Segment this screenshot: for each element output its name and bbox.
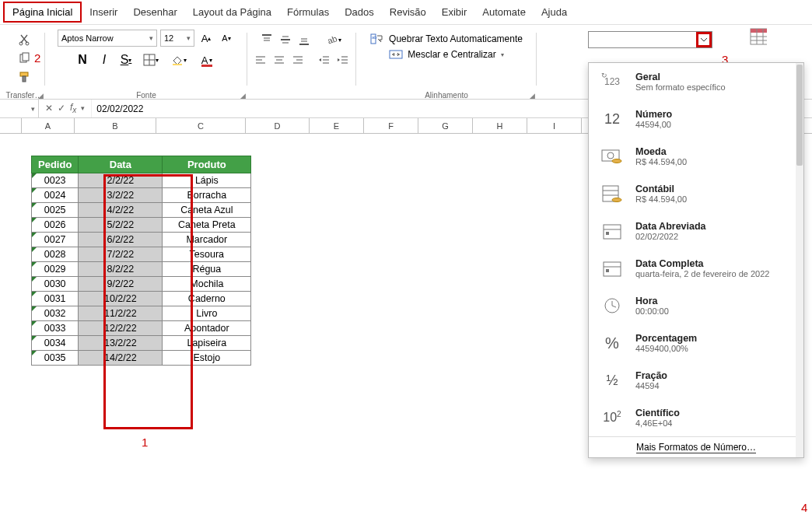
cancel-edit-icon[interactable]: ✕ bbox=[45, 103, 53, 114]
cell-pedido[interactable]: 0029 bbox=[32, 262, 79, 277]
borders-button[interactable]: ▾ bbox=[139, 51, 163, 68]
column-header-D[interactable]: D bbox=[246, 118, 310, 133]
format-as-table-icon[interactable] bbox=[750, 28, 767, 45]
cell-pedido[interactable]: 0024 bbox=[32, 188, 79, 203]
format-list[interactable]: ↻123GeralSem formato específico12Número4… bbox=[589, 63, 803, 436]
cell-data[interactable]: 7/2/22 bbox=[79, 247, 163, 262]
menu-f-rmulas[interactable]: Fórmulas bbox=[279, 3, 337, 21]
menu-exibir[interactable]: Exibir bbox=[434, 3, 475, 21]
number-format-dropdown-arrow[interactable] bbox=[696, 32, 712, 47]
menu-ajuda[interactable]: Ajuda bbox=[534, 3, 575, 21]
italic-button[interactable]: I bbox=[96, 51, 113, 68]
menu-dados[interactable]: Dados bbox=[337, 3, 382, 21]
cell-produto[interactable]: Estojo bbox=[163, 351, 251, 366]
cell-pedido[interactable]: 0035 bbox=[32, 351, 79, 366]
column-header-H[interactable]: H bbox=[473, 118, 527, 133]
header-pedido[interactable]: Pedido bbox=[32, 156, 79, 173]
menu-inserir[interactable]: Inserir bbox=[82, 3, 125, 21]
column-header-I[interactable]: I bbox=[527, 118, 582, 133]
cell-pedido[interactable]: 0025 bbox=[32, 203, 79, 218]
cell-data[interactable]: 3/2/22 bbox=[79, 188, 163, 203]
font-name-select[interactable]: Aptos Narrow▾ bbox=[58, 30, 157, 47]
cell-data[interactable]: 11/2/22 bbox=[79, 306, 163, 321]
cell-pedido[interactable]: 0033 bbox=[32, 321, 79, 336]
format-option-hora[interactable]: Hora00:00:00 bbox=[589, 287, 803, 324]
orientation-button[interactable]: ab▾ bbox=[322, 31, 345, 48]
cell-data[interactable]: 12/2/22 bbox=[79, 321, 163, 336]
cell-produto[interactable]: Lapiseira bbox=[163, 336, 251, 351]
bold-button[interactable]: N bbox=[74, 51, 91, 68]
format-option-porcentagem[interactable]: %Porcentagem4459400,00% bbox=[589, 324, 803, 362]
cell-data[interactable]: 13/2/22 bbox=[79, 336, 163, 351]
align-left-icon[interactable] bbox=[252, 51, 269, 68]
column-header-B[interactable]: B bbox=[75, 118, 156, 133]
cell-data[interactable]: 14/2/22 bbox=[79, 351, 163, 366]
more-number-formats[interactable]: Mais Formatos de Número… bbox=[589, 436, 803, 457]
align-expand-icon[interactable]: ◢ bbox=[530, 92, 535, 100]
cell-pedido[interactable]: 0028 bbox=[32, 247, 79, 262]
format-painter-icon[interactable] bbox=[16, 68, 33, 86]
cut-icon[interactable] bbox=[16, 31, 33, 48]
format-option-n-mero[interactable]: 12Número44594,00 bbox=[589, 100, 803, 138]
cell-data[interactable]: 6/2/22 bbox=[79, 233, 163, 247]
header-data[interactable]: Data bbox=[79, 156, 163, 173]
cell-pedido[interactable]: 0023 bbox=[32, 173, 79, 188]
copy-icon[interactable] bbox=[16, 50, 33, 67]
decrease-font-icon[interactable]: A▾ bbox=[218, 30, 235, 47]
cell-pedido[interactable]: 0034 bbox=[32, 336, 79, 351]
merge-center-button[interactable]: Mesclar e Centralizar ▾ bbox=[386, 47, 506, 62]
number-format-select[interactable] bbox=[588, 31, 712, 48]
format-option-cient-fico[interactable]: 102Científico4,46E+04 bbox=[589, 399, 803, 436]
cell-data[interactable]: 2/2/22 bbox=[79, 173, 163, 188]
column-header-A[interactable]: A bbox=[22, 118, 75, 133]
increase-indent-icon[interactable] bbox=[334, 51, 352, 68]
cell-pedido[interactable]: 0026 bbox=[32, 218, 79, 233]
cell-produto[interactable]: Régua bbox=[163, 262, 251, 277]
format-option-moeda[interactable]: MoedaR$ 44.594,00 bbox=[589, 138, 803, 175]
format-option-geral[interactable]: ↻123GeralSem formato específico bbox=[589, 63, 803, 100]
scrollbar-track[interactable] bbox=[796, 63, 803, 457]
underline-button[interactable]: S▾ bbox=[117, 51, 135, 68]
column-header-E[interactable]: E bbox=[310, 118, 364, 133]
header-produto[interactable]: Produto bbox=[163, 156, 251, 173]
font-size-select[interactable]: 12▾ bbox=[160, 30, 194, 47]
cell-produto[interactable]: Apontador bbox=[163, 321, 251, 336]
align-center-icon[interactable] bbox=[271, 51, 288, 68]
font-color-button[interactable]: A▾ bbox=[195, 51, 219, 68]
cell-data[interactable]: 9/2/22 bbox=[79, 277, 163, 292]
format-option-data-completa[interactable]: Data Completaquarta-feira, 2 de fevereir… bbox=[589, 250, 803, 287]
menu-automate[interactable]: Automate bbox=[474, 3, 534, 21]
cell-pedido[interactable]: 0032 bbox=[32, 306, 79, 321]
select-all-corner[interactable] bbox=[0, 118, 22, 133]
font-expand-icon[interactable]: ◢ bbox=[240, 92, 246, 100]
column-header-C[interactable]: C bbox=[156, 118, 246, 133]
cell-produto[interactable]: Caneta Preta bbox=[163, 218, 251, 233]
align-right-icon[interactable] bbox=[289, 51, 306, 68]
cell-produto[interactable]: Caneta Azul bbox=[163, 203, 251, 218]
cell-produto[interactable]: Mochila bbox=[163, 277, 251, 292]
align-bottom-icon[interactable] bbox=[296, 31, 313, 48]
cell-data[interactable]: 4/2/22 bbox=[79, 203, 163, 218]
cell-produto[interactable]: Livro bbox=[163, 306, 251, 321]
format-option-data-abreviada[interactable]: Data Abreviada02/02/2022 bbox=[589, 212, 803, 250]
confirm-edit-icon[interactable]: ✓ bbox=[58, 103, 65, 114]
menu-desenhar[interactable]: Desenhar bbox=[125, 3, 184, 21]
cell-produto[interactable]: Borracha bbox=[163, 188, 251, 203]
cell-produto[interactable]: Tesoura bbox=[163, 247, 251, 262]
cell-data[interactable]: 5/2/22 bbox=[79, 218, 163, 233]
column-header-F[interactable]: F bbox=[364, 118, 418, 133]
name-box[interactable]: ▾ bbox=[0, 100, 39, 117]
scrollbar-thumb[interactable] bbox=[796, 65, 803, 166]
cell-pedido[interactable]: 0027 bbox=[32, 233, 79, 247]
cell-produto[interactable]: Caderno bbox=[163, 292, 251, 306]
fill-color-button[interactable]: ▾ bbox=[167, 51, 191, 68]
cell-data[interactable]: 8/2/22 bbox=[79, 262, 163, 277]
wrap-text-button[interactable]: ab Quebrar Texto Automaticamente bbox=[367, 31, 526, 47]
menu-layout-da-p-gina[interactable]: Layout da Página bbox=[185, 3, 279, 21]
insert-function-icon[interactable]: fx bbox=[70, 102, 76, 114]
menu-revis-o[interactable]: Revisão bbox=[382, 3, 434, 21]
cell-pedido[interactable]: 0030 bbox=[32, 277, 79, 292]
format-option-cont-bil[interactable]: ContábilR$ 44.594,00 bbox=[589, 175, 803, 212]
decrease-indent-icon[interactable] bbox=[316, 51, 333, 68]
menu-p-gina-inicial[interactable]: Página Inicial bbox=[3, 2, 82, 23]
